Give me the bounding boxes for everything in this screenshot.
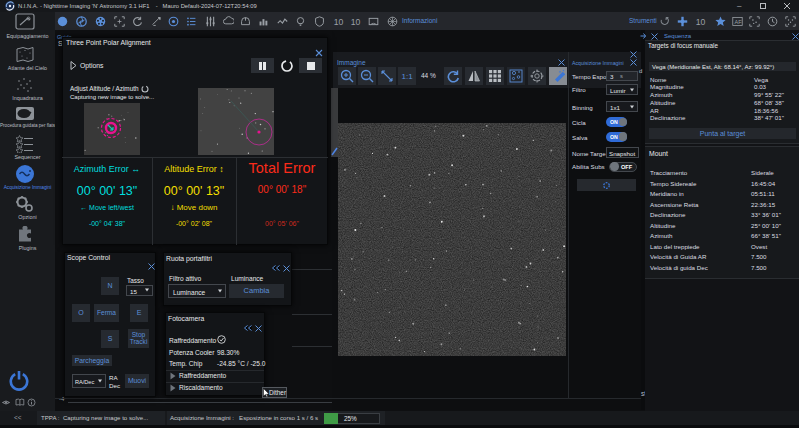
svg-text:10: 10 [695, 17, 705, 27]
svg-text:1:1: 1:1 [402, 72, 414, 81]
svg-text:10: 10 [350, 17, 360, 27]
svg-text:AF: AF [734, 19, 742, 25]
svg-text:10: 10 [333, 17, 343, 27]
